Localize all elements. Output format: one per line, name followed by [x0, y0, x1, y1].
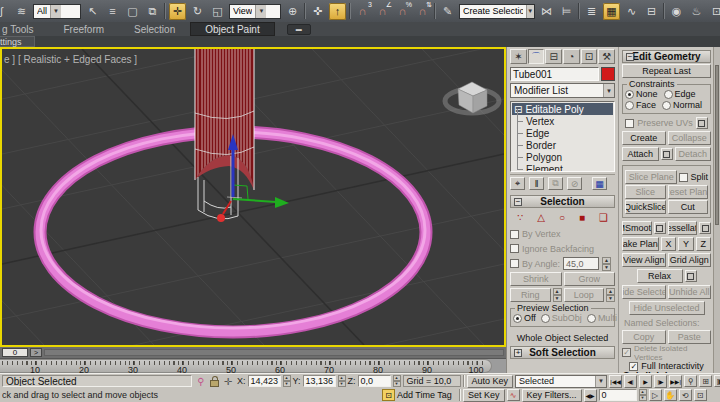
- edge-subobject-icon[interactable]: △: [537, 212, 545, 223]
- mirror-icon[interactable]: ⋈: [538, 3, 555, 20]
- spinner-snap-icon[interactable]: ∩⇅: [414, 3, 431, 20]
- make-unique-icon[interactable]: ⧉: [548, 177, 563, 190]
- reference-coordinate-dropdown[interactable]: View: [229, 4, 281, 19]
- track-bar[interactable]: 10 20 30 40 50 60 70 80 90 100: [0, 359, 506, 373]
- isolate-selection-icon[interactable]: ⚲: [194, 375, 208, 388]
- y-spinner[interactable]: [338, 375, 346, 387]
- ribbon-tab-object-paint[interactable]: Object Paint: [190, 22, 274, 36]
- select-object-icon[interactable]: ↖: [84, 3, 101, 20]
- add-time-tag[interactable]: Add Time Tag: [397, 390, 457, 400]
- collapse-button[interactable]: Collapse: [668, 131, 712, 145]
- preview-multi-radio[interactable]: Multi: [587, 313, 617, 323]
- select-and-scale-icon[interactable]: ◱: [209, 3, 226, 20]
- panel-scrollbar[interactable]: [713, 47, 720, 373]
- curve-editor-icon[interactable]: ∿: [623, 3, 640, 20]
- constraint-edge-radio[interactable]: Edge: [664, 89, 696, 99]
- loop-spinner[interactable]: [606, 288, 615, 302]
- delete-isolated-vertices-checkbox[interactable]: [622, 348, 631, 357]
- constraint-normal-radio[interactable]: Normal: [662, 100, 702, 110]
- tessellate-settings-button[interactable]: [699, 222, 711, 234]
- stack-item-editable-poly[interactable]: ⊟ Editable Poly: [512, 103, 613, 115]
- stack-item-border[interactable]: Border: [512, 139, 613, 151]
- angle-snap-icon[interactable]: ∩∠: [374, 3, 391, 20]
- show-end-result-icon[interactable]: ‖: [529, 177, 544, 190]
- ring-button[interactable]: Ring: [510, 288, 551, 302]
- shrink-button[interactable]: Shrink: [510, 272, 562, 286]
- tab-motion[interactable]: ◔: [563, 49, 580, 64]
- maximize-viewport-icon[interactable]: ⊡: [694, 389, 707, 401]
- grid-align-button[interactable]: Grid Align: [668, 253, 712, 267]
- constraint-face-radio[interactable]: Face: [625, 100, 656, 110]
- full-interactivity-checkbox[interactable]: [629, 362, 638, 371]
- selection-filter-dropdown[interactable]: All: [33, 4, 81, 19]
- modifier-list-dropdown[interactable]: Modifier List: [510, 83, 615, 98]
- relax-settings-button[interactable]: [685, 270, 697, 282]
- make-planar-button[interactable]: Make Planar: [622, 237, 659, 251]
- create-button[interactable]: Create: [622, 131, 666, 145]
- zoom-extents-icon[interactable]: ▣: [714, 375, 720, 387]
- z-coordinate-field[interactable]: 0,0: [358, 375, 391, 387]
- select-and-manipulate-icon[interactable]: ✜: [309, 3, 326, 20]
- key-set-dropdown[interactable]: Selected: [515, 375, 607, 388]
- relax-button[interactable]: Relax: [637, 269, 683, 283]
- by-angle-field[interactable]: 45,0: [563, 257, 599, 270]
- by-vertex-checkbox[interactable]: [510, 230, 519, 239]
- ribbon-minimize-button[interactable]: ▬: [287, 24, 311, 35]
- viewcube[interactable]: [445, 82, 499, 113]
- tab-utilities[interactable]: ⚒: [598, 49, 615, 64]
- rendered-frame-window-icon[interactable]: ⊡: [708, 3, 720, 20]
- make-planar-y-button[interactable]: Y: [678, 237, 693, 251]
- y-coordinate-field[interactable]: 13,136: [303, 375, 336, 387]
- go-to-end-button[interactable]: ▶▶|: [669, 375, 682, 388]
- reset-plane-button[interactable]: Reset Plane: [668, 185, 709, 199]
- select-by-name-icon[interactable]: ≡: [104, 3, 121, 20]
- preview-subobj-radio[interactable]: SubObj: [541, 313, 582, 323]
- attach-button[interactable]: Attach: [622, 147, 659, 161]
- auto-key-button[interactable]: Auto Key: [467, 375, 514, 388]
- object-name-field[interactable]: Tube001: [510, 67, 599, 81]
- orbit-icon[interactable]: ⟲: [679, 389, 692, 401]
- modifier-stack[interactable]: ⊟ Editable Poly Vertex Edge Border Polyg…: [510, 101, 615, 172]
- stack-item-vertex[interactable]: Vertex: [512, 115, 613, 127]
- cut-button[interactable]: Cut: [668, 200, 709, 214]
- time-slider-frame[interactable]: 0: [2, 348, 28, 357]
- pin-stack-icon[interactable]: ⌖: [510, 177, 525, 190]
- selection-lock-icon[interactable]: [210, 380, 219, 387]
- quickslice-button[interactable]: QuickSlice: [625, 200, 666, 214]
- named-selection-set-dropdown[interactable]: Create Selection Se: [459, 4, 535, 19]
- ribbon-tab-modeling-tools[interactable]: g Tools: [0, 22, 49, 36]
- zoom-all-icon[interactable]: ⊞: [699, 375, 712, 387]
- preview-off-radio[interactable]: Off: [513, 313, 536, 323]
- material-editor-icon[interactable]: ◉: [668, 3, 685, 20]
- go-to-start-button[interactable]: |◀◀: [609, 375, 622, 388]
- snap-toggle-3d-icon[interactable]: ∩3: [354, 3, 371, 20]
- tube-object[interactable]: [195, 49, 254, 219]
- ribbon-tab-selection[interactable]: Selection: [119, 22, 190, 36]
- next-frame-arrow[interactable]: >: [30, 348, 42, 357]
- copy-button[interactable]: Copy: [622, 330, 666, 344]
- soft-selection-rollout-header[interactable]: Soft Selection: [510, 346, 615, 359]
- stack-item-edge[interactable]: Edge: [512, 127, 613, 139]
- key-filters-button[interactable]: Key Filters...: [522, 389, 582, 402]
- play-button[interactable]: ▶: [639, 375, 652, 388]
- msmooth-settings-button[interactable]: [654, 222, 666, 234]
- attach-settings-button[interactable]: [661, 148, 673, 160]
- manage-layers-icon[interactable]: ≣: [583, 3, 600, 20]
- edit-geometry-rollout-header[interactable]: Edit Geometry: [622, 50, 711, 63]
- stack-item-element[interactable]: Element: [512, 163, 613, 172]
- grow-button[interactable]: Grow: [564, 272, 616, 286]
- select-and-link-icon[interactable]: ʃ: [0, 3, 10, 20]
- remove-modifier-icon[interactable]: ⊘: [567, 177, 582, 190]
- scrollbar-thumb[interactable]: [715, 65, 719, 225]
- select-and-rotate-icon[interactable]: ↻: [189, 3, 206, 20]
- element-subobject-icon[interactable]: ❑: [599, 212, 608, 223]
- by-angle-spinner[interactable]: [602, 257, 611, 270]
- key-mode-toggle[interactable]: ◀▶: [584, 389, 597, 402]
- slice-button[interactable]: Slice: [625, 185, 666, 199]
- ribbon-panel-settings[interactable]: Settings: [0, 36, 35, 47]
- ring-spinner[interactable]: [553, 288, 562, 302]
- frame-spinner[interactable]: [639, 389, 647, 401]
- ribbon-tab-freeform[interactable]: Freeform: [49, 22, 120, 36]
- offset-mode-toggle[interactable]: ⊡: [382, 389, 395, 401]
- unhide-all-button[interactable]: Unhide All: [668, 285, 712, 299]
